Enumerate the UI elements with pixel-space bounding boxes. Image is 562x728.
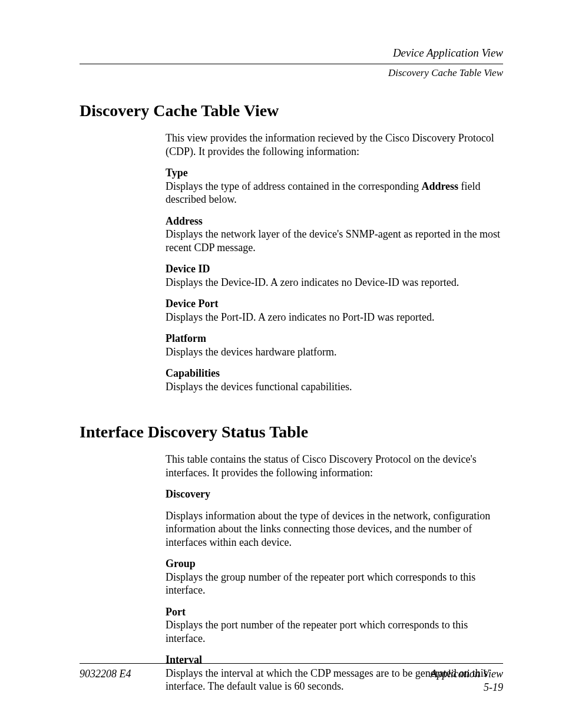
footer-rule (80, 663, 503, 664)
field-body-text: Displays the type of address contained i… (166, 180, 421, 192)
field-body: Displays the Port-ID. A zero indicates n… (166, 311, 503, 324)
field-label: Discovery (166, 487, 503, 501)
field-label: Capabilities (166, 367, 503, 380)
footer-right: Application View 5-19 (431, 667, 503, 694)
footer-row: 9032208 E4 Application View 5-19 (80, 667, 503, 694)
field-capabilities: Capabilities Displays the devices functi… (166, 367, 503, 393)
field-label: Device ID (166, 262, 503, 276)
field-type: Type Displays the type of address contai… (166, 166, 503, 206)
field-port: Port Displays the port number of the rep… (166, 605, 503, 645)
section-intro: This table contains the status of Cisco … (166, 453, 503, 479)
header-title: Device Application View (80, 46, 503, 62)
footer-left: 9032208 E4 (80, 667, 131, 694)
section-heading: Interface Discovery Status Table (80, 421, 503, 442)
field-address: Address Displays the network layer of th… (166, 215, 503, 255)
page-header: Device Application View Discovery Cache … (80, 46, 503, 79)
field-body: Displays the devices hardware platform. (166, 345, 503, 359)
field-body: Displays the group number of the repeate… (166, 571, 503, 597)
page-footer: 9032208 E4 Application View 5-19 (80, 663, 503, 694)
field-body: Displays the devices functional capabili… (166, 380, 503, 394)
section-body: This view provides the information recie… (166, 131, 503, 393)
field-body: Displays the network layer of the device… (166, 228, 503, 254)
field-label: Type (166, 166, 503, 180)
field-label: Platform (166, 332, 503, 345)
field-body: Displays information about the type of d… (166, 509, 503, 549)
field-label: Group (166, 557, 503, 571)
section-heading: Discovery Cache Table View (80, 100, 503, 121)
field-discovery: Discovery Displays information about the… (166, 487, 503, 549)
field-label: Port (166, 605, 503, 619)
section-intro: This view provides the information recie… (166, 131, 503, 158)
field-label: Address (166, 215, 503, 228)
section-body: This table contains the status of Cisco … (166, 453, 503, 693)
page: Device Application View Discovery Cache … (80, 46, 503, 687)
header-subtitle: Discovery Cache Table View (80, 67, 503, 79)
field-body: Displays the type of address contained i… (166, 180, 503, 206)
field-body: Displays the Device-ID. A zero indicates… (166, 276, 503, 289)
field-platform: Platform Displays the devices hardware p… (166, 332, 503, 358)
field-device-id: Device ID Displays the Device-ID. A zero… (166, 262, 503, 289)
field-group: Group Displays the group number of the r… (166, 557, 503, 597)
field-body: Displays the port number of the repeater… (166, 618, 503, 645)
footer-section-name: Application View (431, 667, 503, 681)
field-device-port: Device Port Displays the Port-ID. A zero… (166, 297, 503, 324)
field-label: Device Port (166, 297, 503, 311)
footer-page-number: 5-19 (431, 681, 503, 694)
header-rule (80, 64, 503, 64)
field-body-bold: Address (421, 180, 458, 192)
